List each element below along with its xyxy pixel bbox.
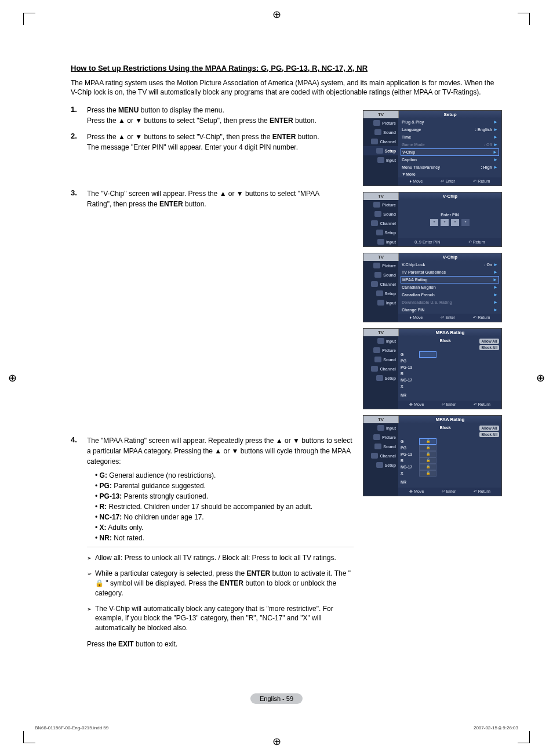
menu-row[interactable]: Menu TransParency: High ►: [398, 163, 501, 171]
menu-row[interactable]: Caption►: [398, 156, 501, 163]
rating-row-x[interactable]: X🔒: [401, 470, 499, 477]
rating-row-x[interactable]: X: [401, 383, 499, 390]
pin-digit[interactable]: *: [441, 219, 449, 226]
sidebar-item-picture[interactable]: Picture: [363, 118, 398, 128]
sound-icon: [374, 129, 381, 135]
rating-row-r[interactable]: R: [401, 370, 499, 377]
sidebar-item-sound[interactable]: Sound: [363, 128, 398, 137]
sound-icon: [374, 211, 381, 217]
allow-all-button[interactable]: Allow All: [479, 426, 499, 431]
divider: [87, 547, 354, 547]
input-icon: [377, 239, 384, 245]
sidebar-item-picture[interactable]: Picture: [363, 432, 398, 442]
channel-icon: [371, 366, 378, 372]
menu-row[interactable]: Change PIN►: [398, 306, 501, 314]
rating-row-g[interactable]: G: [401, 351, 499, 358]
sidebar-item-input[interactable]: Input: [363, 155, 398, 165]
sidebar-item-input[interactable]: Input: [363, 298, 398, 307]
channel-icon: [371, 453, 378, 459]
rating-row-pg[interactable]: PG🔒: [401, 445, 499, 451]
sidebar-item-setup[interactable]: Setup: [363, 373, 398, 383]
lock-icon: 🔒: [419, 470, 436, 477]
osd-nav-bar: ♦ Move ⏎ Enter ↶ Return: [398, 177, 501, 186]
sound-icon: [374, 272, 381, 278]
page-footer-pill: English - 59: [250, 693, 303, 704]
pin-digit[interactable]: *: [461, 219, 470, 226]
pin-input[interactable]: * * * *: [430, 219, 470, 226]
sidebar-item-input[interactable]: Input: [363, 237, 398, 246]
block-column-label: Block: [401, 426, 479, 437]
block-all-button[interactable]: Block All: [479, 345, 499, 350]
step-body: Press the MENU button to display the men…: [87, 105, 337, 126]
print-footer: BN68-01156F-00-Eng-0215.indd 59 2007-02-…: [35, 725, 518, 730]
input-icon: [377, 338, 384, 344]
channel-icon: [371, 139, 378, 144]
menu-row[interactable]: Time►: [398, 133, 501, 141]
pin-digit[interactable]: *: [451, 219, 459, 226]
sidebar-item-input[interactable]: Input: [363, 423, 398, 432]
rating-row-nc17[interactable]: NC-17🔒: [401, 464, 499, 470]
rating-row-nr[interactable]: NR: [401, 392, 499, 398]
rating-row-pg13[interactable]: PG-13🔒: [401, 451, 499, 457]
sidebar-item-sound[interactable]: Sound: [363, 442, 398, 451]
allow-all-button[interactable]: Allow All: [479, 339, 499, 344]
note-item: The V-Chip will automatically block any …: [87, 604, 354, 633]
osd-nav-bar: ♦ Move ⏎ Enter ↶ Return: [398, 314, 501, 322]
lock-icon: 🔒: [419, 464, 436, 470]
sidebar-item-picture[interactable]: Picture: [363, 200, 398, 209]
sidebar-item-sound[interactable]: Sound: [363, 270, 398, 279]
step-body: The "V-Chip" screen will appear. Press t…: [87, 188, 337, 209]
step-number: 4.: [71, 435, 81, 649]
sidebar-item-channel[interactable]: Channel: [363, 279, 398, 289]
sidebar-item-channel[interactable]: Channel: [363, 137, 398, 146]
menu-row-vchip[interactable]: V-Chip►: [401, 148, 499, 156]
menu-row[interactable]: Game Mode: Off ►: [398, 141, 501, 148]
input-icon: [377, 157, 384, 163]
rating-row-g[interactable]: G🔒: [401, 438, 499, 445]
menu-row[interactable]: TV Parental Guidelines►: [398, 268, 501, 276]
sidebar-item-setup[interactable]: Setup: [363, 146, 398, 155]
menu-row[interactable]: Canadian English►: [398, 284, 501, 291]
registration-mark: ⊕: [272, 8, 281, 21]
sidebar-item-setup[interactable]: Setup: [363, 289, 398, 298]
osd-nav-bar: ✥ Move ⏎ Enter ↶ Return: [398, 488, 501, 496]
menu-row[interactable]: Canadian French►: [398, 291, 501, 299]
step-body: The "MPAA Rating" screen will appear. Re…: [87, 435, 359, 649]
sidebar-item-setup[interactable]: Setup: [363, 228, 398, 237]
note-item: While a particular category is selected,…: [87, 569, 354, 598]
sidebar-item-sound[interactable]: Sound: [363, 209, 398, 219]
block-all-button[interactable]: Block All: [479, 432, 499, 437]
rating-row-pg[interactable]: PG: [401, 358, 499, 364]
page-title: How to Set up Restrictions Using the MPA…: [71, 64, 501, 72]
menu-row[interactable]: Plug & Play►: [398, 118, 501, 126]
registration-mark: ⊕: [8, 372, 17, 384]
osd-title: V-Chip: [399, 192, 501, 200]
note-item: Allow all: Press to unlock all TV rating…: [87, 553, 354, 563]
menu-row[interactable]: Language: English ►: [398, 126, 501, 133]
pin-digit[interactable]: *: [430, 219, 438, 226]
sidebar-item-sound[interactable]: Sound: [363, 355, 398, 364]
setup-icon: [376, 375, 383, 381]
tv-tab: TV: [363, 192, 399, 200]
sidebar-item-picture[interactable]: Picture: [363, 261, 398, 270]
menu-row[interactable]: Downloadable U.S. Rating►: [398, 299, 501, 306]
step-number: 1.: [71, 105, 81, 126]
tv-tab: TV: [363, 253, 399, 261]
menu-row[interactable]: V-Chip Lock: On ►: [398, 261, 501, 268]
sidebar-item-picture[interactable]: Picture: [363, 346, 398, 355]
sidebar-item-setup[interactable]: Setup: [363, 460, 398, 470]
menu-row-mpaa[interactable]: MPAA Rating►: [401, 276, 499, 284]
sidebar-item-channel[interactable]: Channel: [363, 219, 398, 228]
sidebar-item-channel[interactable]: Channel: [363, 451, 398, 460]
setup-icon: [376, 290, 383, 296]
menu-row-more[interactable]: ▼More: [398, 171, 501, 177]
sidebar-item-input[interactable]: Input: [363, 336, 398, 346]
rating-row-nr[interactable]: NR: [401, 479, 499, 485]
input-icon: [377, 300, 384, 306]
rating-row-r[interactable]: R🔒: [401, 457, 499, 464]
rating-row-nc17[interactable]: NC-17: [401, 377, 499, 383]
rating-row-pg13[interactable]: PG-13: [401, 364, 499, 370]
tv-tab: TV: [363, 329, 399, 336]
sidebar-item-channel[interactable]: Channel: [363, 364, 398, 373]
setup-icon: [376, 230, 383, 235]
